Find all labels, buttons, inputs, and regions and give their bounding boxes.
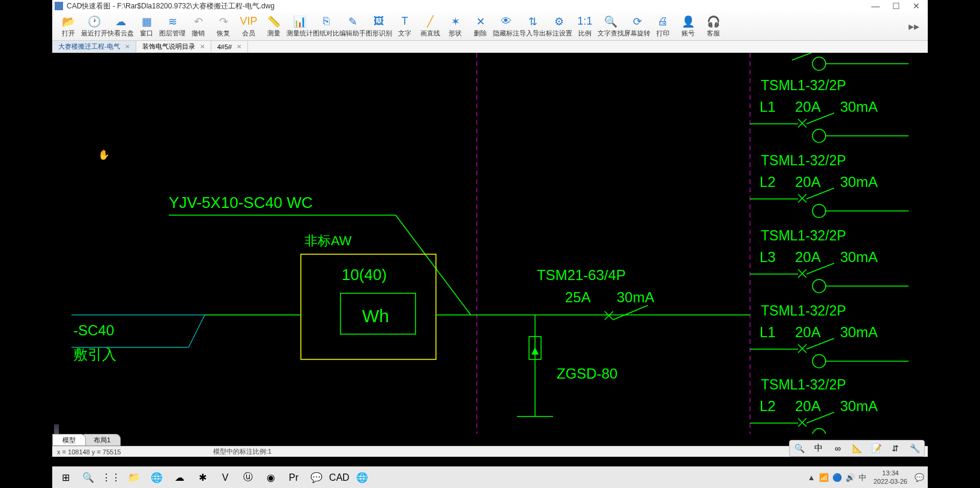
- spd-label: ZGSD-80: [557, 365, 617, 382]
- toolbar: 📂打开🕐最近打开☁快看云盘▦窗口≋图层管理↶撤销↷恢复VIP会员📏测量📊测量统计…: [52, 12, 928, 41]
- svg-line-3: [189, 315, 205, 347]
- toolbar-more[interactable]: ▸▸: [904, 20, 924, 33]
- mstats-button[interactable]: 📊测量统计: [286, 13, 313, 40]
- taskbar-app-0[interactable]: ⊞: [56, 469, 75, 487]
- right-tool-palette: 🔍中∞📐📝⇵🔧: [789, 440, 925, 457]
- svg-text:20A: 20A: [795, 249, 821, 265]
- redo-icon: ↷: [217, 15, 230, 28]
- line-button[interactable]: ╱画直线: [417, 13, 443, 40]
- io-button[interactable]: ⇅导入导出: [519, 13, 546, 40]
- tray-icon[interactable]: 🔵: [832, 473, 842, 482]
- taskbar: ⊞🔍⋮⋮📁🌐☁✱Vⓤ◉Pr💬CAD🌐 ▲📶🔵🔊中 13:34 2022-03-2…: [52, 466, 928, 488]
- compare-button[interactable]: ⎘图纸对比: [313, 13, 339, 40]
- recognize-icon: 🖼: [372, 15, 386, 28]
- svg-line-6: [396, 215, 471, 315]
- tray-icon[interactable]: 🔊: [845, 473, 855, 482]
- tray-icon[interactable]: 📶: [819, 473, 829, 482]
- taskbar-app-10[interactable]: Pr: [284, 469, 303, 487]
- taskbar-app-4[interactable]: 🌐: [147, 469, 166, 487]
- text-button[interactable]: T文字: [392, 13, 417, 40]
- redo-button[interactable]: ↷恢复: [211, 13, 236, 40]
- svg-point-29: [812, 129, 826, 142]
- layout-tab[interactable]: 布局1: [83, 434, 121, 446]
- find-icon: 🔍: [604, 15, 617, 28]
- taskbar-app-1[interactable]: 🔍: [79, 469, 98, 487]
- layout-tab[interactable]: 模型: [52, 434, 86, 446]
- support-button[interactable]: 🎧客服: [701, 13, 726, 40]
- window-button[interactable]: ▦窗口: [134, 13, 159, 40]
- coord-readout: x = 108148 y = 75515: [57, 448, 213, 456]
- drawing-canvas[interactable]: -SC40 敷引入 YJV-5X10-SC40 WC 非标AW 10(40) W…: [52, 53, 928, 434]
- taskbar-app-9[interactable]: ◉: [261, 469, 280, 487]
- scale-button[interactable]: 1:1比例: [572, 13, 597, 40]
- tabbar: 大赛楼搬迁工程-电气✕装饰电气说明目录✕4#5#✕: [52, 41, 928, 53]
- svg-point-39: [812, 204, 826, 218]
- account-icon: 👤: [682, 15, 695, 28]
- notifications-icon[interactable]: 💬: [915, 473, 924, 482]
- right-tool-1[interactable]: 中: [811, 441, 826, 456]
- taskbar-app-5[interactable]: ☁: [170, 469, 189, 487]
- right-tool-4[interactable]: 📝: [869, 441, 883, 456]
- main-leak: 30mA: [617, 289, 655, 305]
- file-tab[interactable]: 装饰电气说明目录✕: [136, 41, 211, 52]
- tab-close-icon[interactable]: ✕: [125, 43, 130, 50]
- file-tab[interactable]: 4#5#✕: [211, 41, 248, 52]
- shape-icon: ✶: [449, 15, 462, 28]
- shape-button[interactable]: ✶形状: [443, 13, 468, 40]
- taskbar-app-11[interactable]: 💬: [307, 469, 326, 487]
- taskbar-app-3[interactable]: 📁: [124, 469, 144, 487]
- find-button[interactable]: 🔍文字查找: [597, 13, 624, 40]
- right-tool-0[interactable]: 🔍: [792, 441, 806, 456]
- svg-text:TSML1-32/2P: TSML1-32/2P: [761, 377, 846, 392]
- svg-text:30mA: 30mA: [840, 249, 878, 265]
- taskbar-app-13[interactable]: 🌐: [352, 469, 372, 487]
- cloud-icon: ☁: [114, 15, 127, 28]
- measure-button[interactable]: 📏测量: [261, 13, 286, 40]
- taskbar-app-12[interactable]: CAD: [330, 469, 349, 487]
- right-tool-3[interactable]: 📐: [850, 441, 864, 456]
- clock[interactable]: 13:34 2022-03-26: [874, 469, 907, 485]
- print-button[interactable]: 🖨打印: [650, 13, 676, 40]
- file-tab[interactable]: 大赛楼搬迁工程-电气✕: [52, 41, 136, 52]
- scale-icon: 1:1: [578, 15, 591, 28]
- recognize-button[interactable]: 🖼图形识别: [366, 13, 392, 40]
- svg-line-18: [792, 53, 827, 60]
- taskbar-app-2[interactable]: ⋮⋮: [101, 469, 121, 487]
- maximize-button[interactable]: ☐: [892, 2, 900, 10]
- svg-text:TSML1-32/2P: TSML1-32/2P: [761, 303, 846, 319]
- sidebar-handle[interactable]: [54, 424, 59, 434]
- measure-icon: 📏: [267, 15, 280, 28]
- tab-close-icon[interactable]: ✕: [237, 43, 241, 50]
- close-button[interactable]: ✕: [912, 2, 921, 10]
- taskbar-app-6[interactable]: ✱: [193, 469, 212, 487]
- tab-close-icon[interactable]: ✕: [200, 43, 205, 50]
- rotate-button[interactable]: ⟳屏幕旋转: [624, 13, 650, 40]
- layer-button[interactable]: ≋图层管理: [159, 13, 186, 40]
- annset-button[interactable]: ⚙标注设置: [546, 13, 572, 40]
- tray-icon[interactable]: 中: [859, 472, 867, 483]
- hide-button[interactable]: 👁隐藏标注: [493, 13, 519, 40]
- tray-icon[interactable]: ▲: [808, 473, 815, 482]
- cloud-button[interactable]: ☁快看云盘: [107, 13, 134, 40]
- taskbar-app-8[interactable]: ⓤ: [238, 469, 258, 487]
- right-tool-2[interactable]: ∞: [830, 441, 845, 456]
- account-button[interactable]: 👤账号: [676, 13, 701, 40]
- window-icon: ▦: [140, 15, 153, 28]
- svg-text:L1: L1: [760, 324, 776, 340]
- open-button[interactable]: 📂打开: [56, 13, 81, 40]
- minimize-button[interactable]: —: [871, 2, 880, 10]
- recent-button[interactable]: 🕐最近打开: [81, 13, 107, 40]
- io-icon: ⇅: [526, 15, 539, 28]
- right-tool-5[interactable]: ⇵: [888, 441, 903, 456]
- delete-button[interactable]: ✕删除: [468, 13, 493, 40]
- undo-button[interactable]: ↶撤销: [186, 13, 211, 40]
- taskbar-app-7[interactable]: V: [216, 469, 235, 487]
- right-tool-6[interactable]: 🔧: [907, 441, 922, 456]
- edit-button[interactable]: ✎编辑助手: [339, 13, 366, 40]
- svg-text:TSML1-32/2P: TSML1-32/2P: [761, 153, 846, 168]
- cable-label: YJV-5X10-SC40 WC: [169, 194, 313, 212]
- svg-text:30mA: 30mA: [840, 324, 878, 340]
- svg-point-69: [812, 429, 826, 434]
- vip-button[interactable]: VIP会员: [236, 13, 261, 40]
- svg-text:L1: L1: [760, 99, 776, 115]
